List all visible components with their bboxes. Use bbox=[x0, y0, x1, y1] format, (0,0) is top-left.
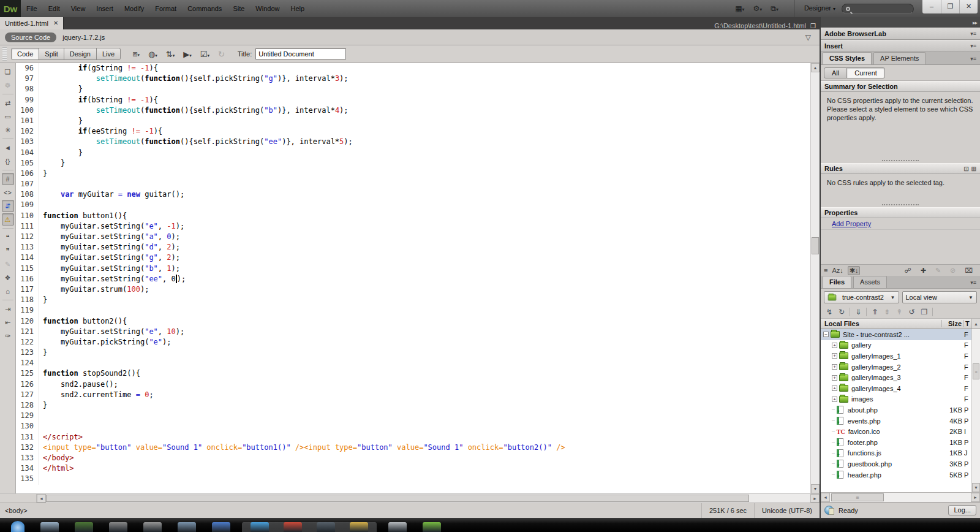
code-line[interactable]: 129 bbox=[16, 411, 810, 421]
remove-comment-icon[interactable]: ❞ bbox=[2, 245, 14, 257]
code-line[interactable]: 116 myGuitar.setString("ee", 0); bbox=[16, 274, 810, 284]
attach-stylesheet-icon[interactable]: ☍ bbox=[905, 267, 911, 275]
panel-splitter[interactable] bbox=[821, 202, 980, 207]
code-line[interactable]: 106} bbox=[16, 169, 810, 179]
taskbar-app-10[interactable] bbox=[350, 522, 368, 532]
minimize-button[interactable]: – bbox=[922, 0, 941, 13]
show-inherited-icon[interactable]: ⊞ bbox=[971, 165, 976, 172]
collapse-selection-icon[interactable]: ▭ bbox=[2, 110, 14, 123]
code-line[interactable]: 97 setTimeout(function(){self.pickString… bbox=[16, 74, 810, 84]
code-line[interactable]: 127 snd2.currentTime = 0; bbox=[16, 390, 810, 400]
col-size[interactable]: Size bbox=[942, 320, 964, 327]
code-editor[interactable]: 96 if(gString != -1){97 setTimeout(funct… bbox=[16, 63, 810, 493]
tree-scroll-down-icon[interactable]: ▼ bbox=[972, 483, 980, 492]
log-button[interactable]: Log... bbox=[948, 505, 976, 515]
tree-row[interactable]: ┈events.php4KBP bbox=[821, 416, 971, 427]
site-select[interactable]: true-contrast2▼ bbox=[824, 291, 899, 303]
source-code-button[interactable]: Source Code bbox=[5, 32, 56, 42]
file-management-icon[interactable]: ⇅▾ bbox=[166, 50, 175, 59]
col-local-files[interactable]: Local Files bbox=[821, 320, 942, 327]
document-tab[interactable]: Untitled-1.html ✕ bbox=[0, 17, 64, 29]
collapse-panels-icon[interactable]: ▸▸ bbox=[973, 20, 980, 26]
code-line[interactable]: 102 if(eeString != -1){ bbox=[16, 126, 810, 137]
code-line[interactable]: 134</html> bbox=[16, 463, 810, 474]
menu-insert[interactable]: Insert bbox=[91, 0, 119, 17]
site-management-icon[interactable]: ⧉▾ bbox=[771, 4, 778, 13]
files-scroll-right-icon[interactable]: ► bbox=[971, 493, 980, 502]
code-line[interactable]: 123} bbox=[16, 348, 810, 358]
add-property-link[interactable]: Add Property bbox=[832, 220, 871, 227]
collapse-expander-icon[interactable]: − bbox=[823, 332, 829, 337]
all-button[interactable]: All bbox=[824, 67, 847, 78]
search-input[interactable] bbox=[842, 4, 914, 14]
menu-window[interactable]: Window bbox=[250, 0, 285, 17]
code-line[interactable]: 101 } bbox=[16, 116, 810, 126]
expand-expander-icon[interactable]: + bbox=[832, 364, 837, 370]
multiscreen-preview-icon[interactable]: ⧈▾ bbox=[132, 49, 140, 59]
scroll-left-icon[interactable]: ◄ bbox=[37, 494, 46, 503]
code-line[interactable]: 118} bbox=[16, 295, 810, 305]
start-button[interactable] bbox=[11, 521, 24, 532]
files-horizontal-scrollbar[interactable]: ◄ ≣ ► bbox=[821, 492, 980, 502]
view-button-design[interactable]: Design bbox=[64, 48, 97, 60]
expand-expander-icon[interactable]: + bbox=[832, 386, 837, 391]
taskbar-app-11[interactable] bbox=[388, 522, 407, 532]
taskbar-app-1[interactable] bbox=[40, 522, 59, 532]
get-files-icon[interactable]: ⇓ bbox=[855, 308, 861, 316]
tab-ap-elements[interactable]: AP Elements bbox=[873, 52, 925, 64]
menu-help[interactable]: Help bbox=[285, 0, 310, 17]
view-button-code[interactable]: Code bbox=[11, 48, 39, 60]
code-line[interactable]: 133</body> bbox=[16, 453, 810, 463]
open-documents-icon[interactable]: ❏ bbox=[2, 66, 14, 78]
taskbar-app-2[interactable] bbox=[75, 522, 93, 532]
view-button-live[interactable]: Live bbox=[96, 48, 121, 60]
menu-format[interactable]: Format bbox=[149, 0, 182, 17]
show-only-set-icon[interactable]: ✱↓ bbox=[848, 266, 861, 275]
view-options-icon[interactable]: ☑▾ bbox=[200, 50, 209, 59]
code-line[interactable]: 109 bbox=[16, 200, 810, 210]
code-line[interactable]: 131</script> bbox=[16, 432, 810, 443]
tree-row[interactable]: −Site - true-contrast2 ...F bbox=[821, 329, 971, 340]
tab-assets[interactable]: Assets bbox=[853, 276, 887, 288]
taskbar-app-12[interactable] bbox=[423, 522, 441, 532]
panel-splitter[interactable] bbox=[821, 158, 980, 163]
files-vertical-scrollbar[interactable]: ≡ ▼ bbox=[971, 329, 980, 492]
code-line[interactable]: 103 setTimeout(function(){self.pickStrin… bbox=[16, 137, 810, 147]
tree-row[interactable]: ┈guestbook.php3KBP bbox=[821, 458, 971, 469]
tree-row[interactable]: +imagesF bbox=[821, 394, 971, 405]
format-source-code-icon[interactable]: ✑ bbox=[2, 330, 14, 342]
code-line[interactable]: 135 bbox=[16, 474, 810, 484]
word-wrap-info-icon[interactable]: ⇵ bbox=[2, 200, 14, 212]
show-category-view-icon[interactable]: ≡ bbox=[824, 267, 827, 274]
code-line[interactable]: 115 myGuitar.setString("b", 1); bbox=[16, 264, 810, 274]
tree-row[interactable]: +galleryImages_2F bbox=[821, 362, 971, 373]
line-numbers-icon[interactable]: # bbox=[2, 173, 14, 185]
expand-expander-icon[interactable]: + bbox=[832, 353, 837, 359]
code-line[interactable]: 120function button2(){ bbox=[16, 316, 810, 327]
code-line[interactable]: 122 myGuitar.pickString("e"); bbox=[16, 337, 810, 348]
taskbar-app-4[interactable] bbox=[143, 522, 162, 532]
code-line[interactable]: 113 myGuitar.setString("d", 2); bbox=[16, 242, 810, 253]
code-line[interactable]: 108 var myGuitar = new guitar(); bbox=[16, 189, 810, 200]
move-css-icon[interactable]: ⌂ bbox=[2, 285, 14, 297]
filter-icon[interactable]: ▽ bbox=[805, 33, 811, 42]
scroll-down-icon[interactable]: ▼ bbox=[811, 484, 820, 493]
code-line[interactable]: 128} bbox=[16, 400, 810, 411]
connect-remote-icon[interactable]: ↯ bbox=[826, 308, 832, 316]
code-line[interactable]: 119 bbox=[16, 305, 810, 316]
code-line[interactable]: 112 myGuitar.setString("a", 0); bbox=[16, 232, 810, 242]
tree-row[interactable]: ┈footer.php1KBP bbox=[821, 437, 971, 448]
panel-menu-icon[interactable]: ▾≡ bbox=[970, 31, 976, 37]
highlight-invalid-code-icon[interactable]: <> bbox=[2, 186, 14, 199]
editor-vertical-scrollbar[interactable]: ▲ ▼ bbox=[810, 63, 820, 493]
expand-expander-icon[interactable]: + bbox=[832, 343, 837, 348]
related-file-jquery[interactable]: jquery-1.7.2.js bbox=[62, 34, 105, 41]
code-line[interactable]: 98 } bbox=[16, 84, 810, 94]
document-title-input[interactable] bbox=[255, 48, 346, 59]
synchronize-icon[interactable]: ↺ bbox=[908, 308, 914, 316]
recent-snippets-icon[interactable]: ❖ bbox=[2, 272, 14, 284]
balance-braces-icon[interactable]: {} bbox=[2, 155, 14, 167]
code-line[interactable]: 96 if(gString != -1){ bbox=[16, 63, 810, 74]
restore-doc-icon[interactable]: ❐ bbox=[810, 23, 816, 29]
code-line[interactable]: 107 bbox=[16, 179, 810, 189]
